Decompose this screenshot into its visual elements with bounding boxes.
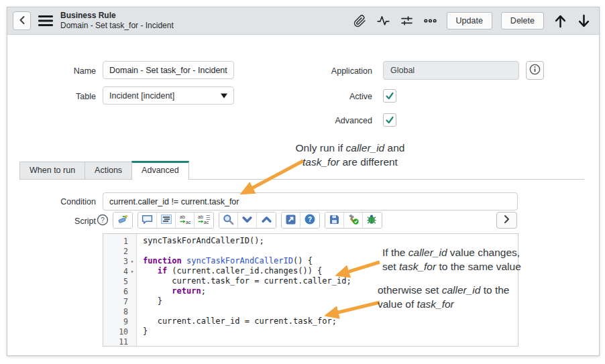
toolbar-group <box>219 212 276 229</box>
code-line: } <box>143 326 518 337</box>
line-number[interactable]: 11 <box>103 337 136 347</box>
condition-label: Condition <box>15 197 96 206</box>
tab-actions[interactable]: Actions <box>85 162 132 179</box>
back-button[interactable] <box>13 11 31 30</box>
line-number[interactable]: 6 <box>103 286 136 296</box>
dropdown-caret-icon <box>221 91 227 101</box>
line-number[interactable]: 3▾ <box>103 256 136 266</box>
syntax-editor-button[interactable] <box>113 213 132 228</box>
svg-text:ab: ab <box>180 215 185 219</box>
line-number[interactable]: 2 <box>103 246 136 256</box>
name-input[interactable] <box>103 61 234 79</box>
table-select[interactable]: Incident [incident] <box>103 86 234 105</box>
line-number[interactable]: 10 <box>103 326 136 337</box>
svg-text:ac: ac <box>186 220 191 225</box>
fold-icon[interactable]: ▾ <box>128 268 136 275</box>
syntax-check-icon <box>347 214 359 227</box>
debug-icon <box>367 214 378 227</box>
back-chevron-icon <box>18 15 26 27</box>
svg-text:ac: ac <box>203 220 209 225</box>
script-label: Script <box>15 217 96 226</box>
record-name-title: Domain - Set task_for - Incident <box>60 21 174 31</box>
toolbar-group <box>325 212 382 229</box>
tab-when-to-run[interactable]: When to run <box>19 162 85 179</box>
toggle-comment-button[interactable] <box>138 213 157 228</box>
application-info-button[interactable] <box>526 61 544 80</box>
application-field: Global <box>383 61 519 80</box>
svg-text:?: ? <box>101 216 105 224</box>
replace-all-button[interactable]: abac <box>195 213 213 228</box>
name-label: Name <box>15 66 96 76</box>
line-number[interactable]: 9 <box>103 316 136 326</box>
open-popout-button[interactable] <box>282 213 300 228</box>
format-code-button[interactable] <box>157 213 176 228</box>
save-button[interactable] <box>325 213 344 228</box>
svg-text:?: ? <box>308 216 312 223</box>
toggle-comment-icon <box>142 215 153 227</box>
syntax-check-button[interactable] <box>344 213 363 228</box>
toolbar-group <box>113 212 133 229</box>
syntax-editor-icon <box>117 214 129 227</box>
line-number[interactable]: 4▾ <box>103 266 136 276</box>
update-button[interactable]: Update <box>447 12 492 29</box>
format-code-icon <box>161 215 172 226</box>
editor-gutter: 123▾4▾567891011 <box>103 234 137 346</box>
search-button[interactable] <box>219 213 238 228</box>
table-select-value: Incident [incident] <box>109 91 174 101</box>
find-previous-icon <box>262 215 272 226</box>
active-label: Active <box>292 92 372 101</box>
more-options-icon[interactable] <box>423 13 438 28</box>
advanced-checkbox[interactable] <box>383 113 396 127</box>
context-menu-icon[interactable] <box>38 15 53 26</box>
line-number[interactable]: 7 <box>103 296 136 306</box>
help-button[interactable]: ? <box>300 213 319 228</box>
debug-button[interactable] <box>363 213 382 228</box>
tab-advanced[interactable]: Advanced <box>131 161 189 180</box>
previous-record-icon[interactable] <box>553 13 567 28</box>
info-icon <box>529 64 541 77</box>
line-number[interactable]: 5 <box>103 276 136 286</box>
annotation-condition: Only run if caller_id andtask_for are di… <box>277 141 423 169</box>
application-label: Application <box>292 66 372 76</box>
expand-fields-button[interactable] <box>496 212 517 229</box>
delete-button[interactable]: Delete <box>501 12 544 29</box>
replace-all-icon: abac <box>198 214 211 227</box>
table-label: Table <box>15 92 96 101</box>
active-checkbox[interactable] <box>383 89 396 103</box>
replace-icon: abac <box>179 214 191 227</box>
attachment-icon[interactable] <box>353 13 368 28</box>
advanced-label: Advanced <box>292 116 372 125</box>
search-icon <box>223 214 234 227</box>
script-toolbar: abacabac? <box>113 212 382 229</box>
help-icon: ? <box>305 214 315 227</box>
find-next-button[interactable] <box>238 213 257 228</box>
code-line: current.caller_id = current.task_for; <box>143 316 518 326</box>
code-line <box>143 337 518 347</box>
filters-icon[interactable] <box>400 13 415 28</box>
find-previous-button[interactable] <box>257 213 276 228</box>
svg-text:ab: ab <box>198 215 203 219</box>
save-icon <box>329 215 339 227</box>
line-number[interactable]: 8 <box>103 306 136 316</box>
chevron-right-icon <box>503 215 510 226</box>
next-record-icon[interactable] <box>576 13 591 28</box>
toolbar-group: ? <box>281 212 320 229</box>
open-popout-icon <box>286 215 296 227</box>
question-circle-icon[interactable]: ? <box>97 214 109 229</box>
activity-icon[interactable] <box>376 13 391 28</box>
header-actions: Update Delete <box>353 12 599 29</box>
line-number[interactable]: 1 <box>103 236 136 246</box>
record-type-title: Business Rule <box>60 11 174 21</box>
code-line: syncTaskForAndCallerID(); <box>143 236 518 246</box>
business-rule-form-panel: Business Rule Domain - Set task_for - In… <box>7 7 600 356</box>
annotation-caller-id-changes: If the caller_id value changes,set task_… <box>382 245 521 274</box>
toolbar-group: abacabac <box>138 212 214 229</box>
form-title: Business Rule Domain - Set task_for - In… <box>60 11 174 31</box>
replace-button[interactable]: abac <box>176 213 195 228</box>
annotation-otherwise: otherwise set caller_id to thevalue of t… <box>378 283 509 311</box>
form-header: Business Rule Domain - Set task_for - In… <box>7 7 599 35</box>
condition-input[interactable] <box>103 192 518 210</box>
fold-icon[interactable]: ▾ <box>128 258 136 265</box>
find-next-icon <box>242 215 252 226</box>
